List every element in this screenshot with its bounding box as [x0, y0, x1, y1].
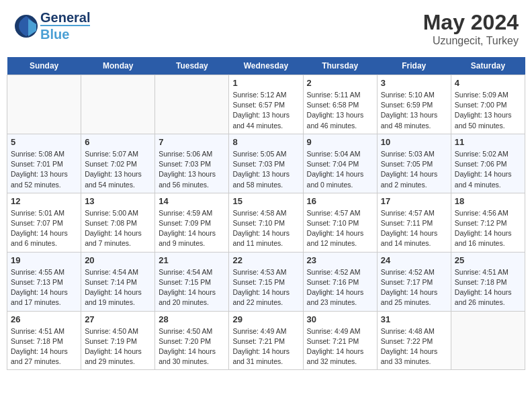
day-info: Sunrise: 4:51 AMSunset: 7:18 PMDaylight:… — [455, 267, 521, 308]
calendar-cell: 5Sunrise: 5:08 AMSunset: 7:01 PMDaylight… — [7, 134, 81, 193]
day-info: Sunrise: 4:49 AMSunset: 7:21 PMDaylight:… — [232, 326, 299, 367]
day-number: 12 — [11, 196, 77, 206]
day-info: Sunrise: 4:57 AMSunset: 7:10 PMDaylight:… — [307, 208, 373, 249]
calendar-day-header-friday: Friday — [377, 57, 451, 75]
day-number: 10 — [381, 137, 447, 147]
day-number: 28 — [159, 314, 225, 324]
calendar-cell: 17Sunrise: 4:57 AMSunset: 7:11 PMDayligh… — [377, 193, 451, 252]
day-number: 7 — [159, 137, 225, 147]
day-info: Sunrise: 4:59 AMSunset: 7:09 PMDaylight:… — [159, 208, 225, 249]
calendar-day-header-sunday: Sunday — [7, 57, 81, 75]
calendar-cell: 30Sunrise: 4:49 AMSunset: 7:21 PMDayligh… — [303, 311, 377, 370]
calendar-cell: 15Sunrise: 4:58 AMSunset: 7:10 PMDayligh… — [229, 193, 303, 252]
day-number: 20 — [85, 255, 151, 265]
calendar-day-header-tuesday: Tuesday — [155, 57, 229, 75]
calendar-cell — [155, 75, 229, 134]
calendar-cell: 14Sunrise: 4:59 AMSunset: 7:09 PMDayligh… — [155, 193, 229, 252]
calendar-cell: 23Sunrise: 4:52 AMSunset: 7:16 PMDayligh… — [303, 252, 377, 311]
day-info: Sunrise: 5:04 AMSunset: 7:04 PMDaylight:… — [307, 149, 373, 190]
day-number: 17 — [381, 196, 447, 206]
day-number: 25 — [455, 255, 521, 265]
day-info: Sunrise: 5:05 AMSunset: 7:03 PMDaylight:… — [232, 149, 299, 190]
day-info: Sunrise: 4:58 AMSunset: 7:10 PMDaylight:… — [232, 208, 299, 249]
day-info: Sunrise: 4:55 AMSunset: 7:13 PMDaylight:… — [11, 267, 77, 308]
calendar-cell: 1Sunrise: 5:12 AMSunset: 6:57 PMDaylight… — [229, 75, 303, 134]
calendar-cell — [81, 75, 155, 134]
day-number: 18 — [455, 196, 521, 206]
calendar-cell: 7Sunrise: 5:06 AMSunset: 7:03 PMDaylight… — [155, 134, 229, 193]
day-number: 9 — [307, 137, 373, 147]
page-header: General Blue May 2024 Uzungecit, Turkey — [7, 7, 525, 50]
calendar-cell: 22Sunrise: 4:53 AMSunset: 7:15 PMDayligh… — [229, 252, 303, 311]
calendar-cell: 31Sunrise: 4:48 AMSunset: 7:22 PMDayligh… — [377, 311, 451, 370]
day-info: Sunrise: 5:08 AMSunset: 7:01 PMDaylight:… — [11, 149, 77, 190]
day-info: Sunrise: 4:56 AMSunset: 7:12 PMDaylight:… — [455, 208, 521, 249]
day-number: 13 — [85, 196, 151, 206]
calendar-cell: 26Sunrise: 4:51 AMSunset: 7:18 PMDayligh… — [7, 311, 81, 370]
day-number: 5 — [11, 137, 77, 147]
day-number: 26 — [11, 314, 77, 324]
calendar-cell: 11Sunrise: 5:02 AMSunset: 7:06 PMDayligh… — [451, 134, 525, 193]
day-number: 2 — [307, 78, 373, 88]
calendar-week-row-3: 12Sunrise: 5:01 AMSunset: 7:07 PMDayligh… — [7, 193, 525, 252]
day-number: 8 — [232, 137, 299, 147]
calendar-cell: 6Sunrise: 5:07 AMSunset: 7:02 PMDaylight… — [81, 134, 155, 193]
calendar-cell: 19Sunrise: 4:55 AMSunset: 7:13 PMDayligh… — [7, 252, 81, 311]
calendar-cell: 12Sunrise: 5:01 AMSunset: 7:07 PMDayligh… — [7, 193, 81, 252]
day-info: Sunrise: 4:54 AMSunset: 7:14 PMDaylight:… — [85, 267, 151, 308]
day-info: Sunrise: 4:52 AMSunset: 7:16 PMDaylight:… — [307, 267, 373, 308]
day-number: 24 — [381, 255, 447, 265]
logo-general: General — [40, 10, 90, 25]
day-info: Sunrise: 4:51 AMSunset: 7:18 PMDaylight:… — [11, 326, 77, 367]
day-info: Sunrise: 5:01 AMSunset: 7:07 PMDaylight:… — [11, 208, 77, 249]
day-info: Sunrise: 4:50 AMSunset: 7:20 PMDaylight:… — [159, 326, 225, 367]
day-info: Sunrise: 4:54 AMSunset: 7:15 PMDaylight:… — [159, 267, 225, 308]
calendar-cell: 25Sunrise: 4:51 AMSunset: 7:18 PMDayligh… — [451, 252, 525, 311]
day-number: 29 — [232, 314, 299, 324]
calendar-cell: 18Sunrise: 4:56 AMSunset: 7:12 PMDayligh… — [451, 193, 525, 252]
day-number: 27 — [85, 314, 151, 324]
day-number: 22 — [232, 255, 299, 265]
calendar-cell: 29Sunrise: 4:49 AMSunset: 7:21 PMDayligh… — [229, 311, 303, 370]
calendar-table: SundayMondayTuesdayWednesdayThursdayFrid… — [7, 57, 525, 370]
day-number: 31 — [381, 314, 447, 324]
day-info: Sunrise: 5:07 AMSunset: 7:02 PMDaylight:… — [85, 149, 151, 190]
day-info: Sunrise: 4:49 AMSunset: 7:21 PMDaylight:… — [307, 326, 373, 367]
calendar-cell: 2Sunrise: 5:11 AMSunset: 6:58 PMDaylight… — [303, 75, 377, 134]
day-number: 11 — [455, 137, 521, 147]
calendar-week-row-2: 5Sunrise: 5:08 AMSunset: 7:01 PMDaylight… — [7, 134, 525, 193]
calendar-cell: 9Sunrise: 5:04 AMSunset: 7:04 PMDaylight… — [303, 134, 377, 193]
calendar-cell: 16Sunrise: 4:57 AMSunset: 7:10 PMDayligh… — [303, 193, 377, 252]
day-info: Sunrise: 5:09 AMSunset: 7:00 PMDaylight:… — [455, 90, 521, 131]
calendar-day-header-monday: Monday — [81, 57, 155, 75]
title-section: May 2024 Uzungecit, Turkey — [423, 10, 519, 47]
day-number: 14 — [159, 196, 225, 206]
calendar-cell: 10Sunrise: 5:03 AMSunset: 7:05 PMDayligh… — [377, 134, 451, 193]
day-number: 21 — [159, 255, 225, 265]
calendar-cell: 24Sunrise: 4:52 AMSunset: 7:17 PMDayligh… — [377, 252, 451, 311]
day-info: Sunrise: 4:53 AMSunset: 7:15 PMDaylight:… — [232, 267, 299, 308]
day-number: 15 — [232, 196, 299, 206]
location: Uzungecit, Turkey — [423, 35, 519, 47]
day-number: 3 — [381, 78, 447, 88]
calendar-cell: 21Sunrise: 4:54 AMSunset: 7:15 PMDayligh… — [155, 252, 229, 311]
calendar-day-header-thursday: Thursday — [303, 57, 377, 75]
logo: General Blue — [13, 10, 90, 42]
calendar-cell: 28Sunrise: 4:50 AMSunset: 7:20 PMDayligh… — [155, 311, 229, 370]
day-info: Sunrise: 5:03 AMSunset: 7:05 PMDaylight:… — [381, 149, 447, 190]
calendar-cell — [451, 311, 525, 370]
day-number: 6 — [85, 137, 151, 147]
calendar-day-header-saturday: Saturday — [451, 57, 525, 75]
calendar-week-row-4: 19Sunrise: 4:55 AMSunset: 7:13 PMDayligh… — [7, 252, 525, 311]
day-info: Sunrise: 5:02 AMSunset: 7:06 PMDaylight:… — [455, 149, 521, 190]
day-number: 1 — [232, 78, 299, 88]
day-info: Sunrise: 5:11 AMSunset: 6:58 PMDaylight:… — [307, 90, 373, 131]
day-info: Sunrise: 5:10 AMSunset: 6:59 PMDaylight:… — [381, 90, 447, 131]
month-title: May 2024 — [423, 10, 519, 35]
day-number: 16 — [307, 196, 373, 206]
calendar-cell: 20Sunrise: 4:54 AMSunset: 7:14 PMDayligh… — [81, 252, 155, 311]
calendar-cell: 3Sunrise: 5:10 AMSunset: 6:59 PMDaylight… — [377, 75, 451, 134]
day-info: Sunrise: 5:06 AMSunset: 7:03 PMDaylight:… — [159, 149, 225, 190]
day-info: Sunrise: 4:57 AMSunset: 7:11 PMDaylight:… — [381, 208, 447, 249]
calendar-cell: 8Sunrise: 5:05 AMSunset: 7:03 PMDaylight… — [229, 134, 303, 193]
